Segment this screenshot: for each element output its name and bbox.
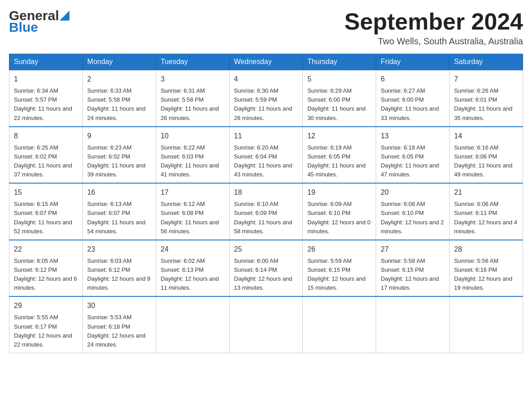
calendar-cell: 2 Sunrise: 6:33 AMSunset: 5:58 PMDayligh… <box>82 70 156 127</box>
day-info: Sunrise: 6:31 AMSunset: 5:58 PMDaylight:… <box>161 86 225 123</box>
day-number: 5 <box>307 74 371 85</box>
week-row-3: 15 Sunrise: 6:15 AMSunset: 6:07 PMDaylig… <box>9 183 523 240</box>
day-info: Sunrise: 6:25 AMSunset: 6:02 PMDaylight:… <box>14 143 78 180</box>
day-info: Sunrise: 6:03 AMSunset: 6:12 PMDaylight:… <box>87 257 151 293</box>
day-number: 10 <box>161 131 225 141</box>
calendar-cell: 9 Sunrise: 6:23 AMSunset: 6:02 PMDayligh… <box>82 127 156 184</box>
calendar-cell: 20 Sunrise: 6:08 AMSunset: 6:10 PMDaylig… <box>376 183 450 240</box>
day-number: 17 <box>161 187 225 198</box>
calendar-cell: 30 Sunrise: 5:53 AMSunset: 6:18 PMDaylig… <box>82 296 156 353</box>
day-header-saturday: Saturday <box>450 54 523 70</box>
day-number: 12 <box>307 131 371 141</box>
day-info: Sunrise: 5:55 AMSunset: 6:17 PMDaylight:… <box>14 313 78 349</box>
day-number: 15 <box>14 187 78 198</box>
day-header-monday: Monday <box>82 54 156 70</box>
day-info: Sunrise: 6:22 AMSunset: 6:03 PMDaylight:… <box>161 143 225 180</box>
day-info: Sunrise: 5:56 AMSunset: 6:16 PMDaylight:… <box>454 257 518 293</box>
day-number: 14 <box>454 131 518 141</box>
calendar-cell: 22 Sunrise: 6:05 AMSunset: 6:12 PMDaylig… <box>9 240 83 297</box>
day-info: Sunrise: 6:19 AMSunset: 6:05 PMDaylight:… <box>307 143 371 180</box>
week-row-4: 22 Sunrise: 6:05 AMSunset: 6:12 PMDaylig… <box>9 240 523 297</box>
day-info: Sunrise: 6:30 AMSunset: 5:59 PMDaylight:… <box>234 86 298 123</box>
day-info: Sunrise: 6:13 AMSunset: 6:07 PMDaylight:… <box>87 200 151 236</box>
title-area: September 2024 Two Wells, South Australi… <box>344 9 523 47</box>
day-number: 11 <box>234 131 298 141</box>
calendar-cell: 7 Sunrise: 6:26 AMSunset: 6:01 PMDayligh… <box>450 70 523 127</box>
day-info: Sunrise: 6:06 AMSunset: 6:11 PMDaylight:… <box>454 200 518 236</box>
calendar-cell: 21 Sunrise: 6:06 AMSunset: 6:11 PMDaylig… <box>450 183 523 240</box>
day-number: 22 <box>14 244 78 255</box>
calendar-cell: 25 Sunrise: 6:00 AMSunset: 6:14 PMDaylig… <box>229 240 303 297</box>
calendar-cell: 6 Sunrise: 6:27 AMSunset: 6:00 PMDayligh… <box>376 70 450 127</box>
day-number: 4 <box>234 74 298 85</box>
day-number: 6 <box>381 74 445 85</box>
day-info: Sunrise: 5:58 AMSunset: 6:15 PMDaylight:… <box>381 257 445 293</box>
calendar-cell: 17 Sunrise: 6:12 AMSunset: 6:08 PMDaylig… <box>156 183 229 240</box>
day-number: 29 <box>14 300 78 311</box>
calendar-cell: 28 Sunrise: 5:56 AMSunset: 6:16 PMDaylig… <box>450 240 523 297</box>
calendar-table: SundayMondayTuesdayWednesdayThursdayFrid… <box>9 54 523 353</box>
calendar-cell: 14 Sunrise: 6:16 AMSunset: 6:06 PMDaylig… <box>450 127 523 184</box>
week-row-1: 1 Sunrise: 6:34 AMSunset: 5:57 PMDayligh… <box>9 70 523 127</box>
day-number: 21 <box>454 187 518 198</box>
day-info: Sunrise: 6:34 AMSunset: 5:57 PMDaylight:… <box>14 86 78 123</box>
day-info: Sunrise: 6:15 AMSunset: 6:07 PMDaylight:… <box>14 200 78 236</box>
day-info: Sunrise: 6:05 AMSunset: 6:12 PMDaylight:… <box>14 257 78 293</box>
month-year-title: September 2024 <box>344 9 523 34</box>
day-info: Sunrise: 6:20 AMSunset: 6:04 PMDaylight:… <box>234 143 298 180</box>
location-subtitle: Two Wells, South Australia, Australia <box>344 36 523 47</box>
day-info: Sunrise: 6:29 AMSunset: 6:00 PMDaylight:… <box>307 86 371 123</box>
calendar-cell: 19 Sunrise: 6:09 AMSunset: 6:10 PMDaylig… <box>303 183 376 240</box>
day-info: Sunrise: 6:12 AMSunset: 6:08 PMDaylight:… <box>161 200 225 236</box>
day-number: 28 <box>454 244 518 255</box>
day-info: Sunrise: 6:00 AMSunset: 6:14 PMDaylight:… <box>234 257 298 293</box>
calendar-cell: 15 Sunrise: 6:15 AMSunset: 6:07 PMDaylig… <box>9 183 83 240</box>
day-number: 18 <box>234 187 298 198</box>
calendar-cell: 16 Sunrise: 6:13 AMSunset: 6:07 PMDaylig… <box>82 183 156 240</box>
calendar-cell: 27 Sunrise: 5:58 AMSunset: 6:15 PMDaylig… <box>376 240 450 297</box>
day-number: 26 <box>307 244 371 255</box>
day-number: 8 <box>14 131 78 141</box>
day-info: Sunrise: 6:23 AMSunset: 6:02 PMDaylight:… <box>87 143 151 180</box>
day-number: 23 <box>87 244 151 255</box>
day-number: 25 <box>234 244 298 255</box>
day-info: Sunrise: 6:26 AMSunset: 6:01 PMDaylight:… <box>454 86 518 123</box>
day-number: 30 <box>87 300 151 311</box>
calendar-cell: 1 Sunrise: 6:34 AMSunset: 5:57 PMDayligh… <box>9 70 83 127</box>
day-number: 3 <box>161 74 225 85</box>
calendar-cell: 5 Sunrise: 6:29 AMSunset: 6:00 PMDayligh… <box>303 70 376 127</box>
day-info: Sunrise: 6:08 AMSunset: 6:10 PMDaylight:… <box>381 200 445 236</box>
day-header-friday: Friday <box>376 54 450 70</box>
calendar-cell: 13 Sunrise: 6:18 AMSunset: 6:05 PMDaylig… <box>376 127 450 184</box>
day-info: Sunrise: 6:33 AMSunset: 5:58 PMDaylight:… <box>87 86 151 123</box>
day-number: 1 <box>14 74 78 85</box>
day-number: 24 <box>161 244 225 255</box>
day-info: Sunrise: 6:10 AMSunset: 6:09 PMDaylight:… <box>234 200 298 236</box>
day-info: Sunrise: 6:09 AMSunset: 6:10 PMDaylight:… <box>307 200 371 236</box>
day-info: Sunrise: 5:59 AMSunset: 6:15 PMDaylight:… <box>307 257 371 293</box>
calendar-cell: 29 Sunrise: 5:55 AMSunset: 6:17 PMDaylig… <box>9 296 83 353</box>
logo-triangle-icon <box>60 11 69 21</box>
logo: General Blue <box>9 9 70 34</box>
day-header-wednesday: Wednesday <box>229 54 303 70</box>
logo-blue-text: Blue <box>9 20 38 34</box>
calendar-cell: 4 Sunrise: 6:30 AMSunset: 5:59 PMDayligh… <box>229 70 303 127</box>
calendar-cell: 3 Sunrise: 6:31 AMSunset: 5:58 PMDayligh… <box>156 70 229 127</box>
page-header: General Blue September 2024 Two Wells, S… <box>9 9 523 47</box>
calendar-cell: 11 Sunrise: 6:20 AMSunset: 6:04 PMDaylig… <box>229 127 303 184</box>
day-info: Sunrise: 6:02 AMSunset: 6:13 PMDaylight:… <box>161 257 225 293</box>
day-number: 16 <box>87 187 151 198</box>
calendar-cell: 26 Sunrise: 5:59 AMSunset: 6:15 PMDaylig… <box>303 240 376 297</box>
day-info: Sunrise: 6:18 AMSunset: 6:05 PMDaylight:… <box>381 143 445 180</box>
day-number: 2 <box>87 74 151 85</box>
day-number: 20 <box>381 187 445 198</box>
calendar-header-row: SundayMondayTuesdayWednesdayThursdayFrid… <box>9 54 523 70</box>
week-row-5: 29 Sunrise: 5:55 AMSunset: 6:17 PMDaylig… <box>9 296 523 353</box>
calendar-cell: 12 Sunrise: 6:19 AMSunset: 6:05 PMDaylig… <box>303 127 376 184</box>
svg-marker-0 <box>60 11 69 21</box>
calendar-cell: 10 Sunrise: 6:22 AMSunset: 6:03 PMDaylig… <box>156 127 229 184</box>
day-info: Sunrise: 6:16 AMSunset: 6:06 PMDaylight:… <box>454 143 518 180</box>
day-number: 19 <box>307 187 371 198</box>
calendar-cell: 23 Sunrise: 6:03 AMSunset: 6:12 PMDaylig… <box>82 240 156 297</box>
day-info: Sunrise: 5:53 AMSunset: 6:18 PMDaylight:… <box>87 313 151 349</box>
